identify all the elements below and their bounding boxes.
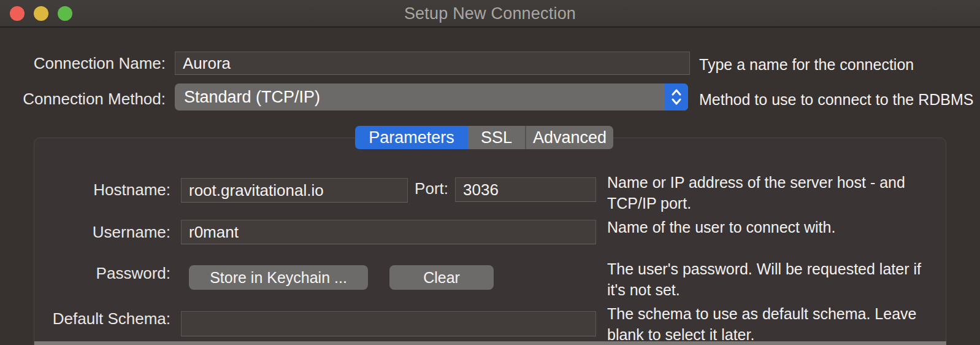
default-schema-help: The schema to use as default schema. Lea… [607, 303, 920, 345]
connection-method-value: Standard (TCP/IP) [175, 88, 665, 107]
connection-name-label: Connection Name: [0, 54, 166, 73]
connection-name-help: Type a name for the connection [699, 54, 975, 75]
password-label: Password: [37, 264, 170, 283]
tab-parameters[interactable]: Parameters [355, 126, 468, 149]
cutoff-bottom-control [34, 341, 946, 345]
default-schema-input[interactable] [181, 311, 596, 336]
password-help: The user's password. Will be requested l… [607, 258, 926, 300]
window-title: Setup New Connection [0, 0, 980, 28]
select-stepper-cap [665, 83, 688, 110]
port-input[interactable] [455, 177, 596, 202]
clear-password-button[interactable]: Clear [389, 265, 494, 290]
connection-name-input[interactable] [175, 52, 690, 75]
hostname-label: Hostname: [37, 180, 170, 200]
zoom-window-button[interactable] [58, 6, 72, 21]
default-schema-label: Default Schema: [37, 309, 170, 328]
up-down-chevrons-icon [669, 87, 684, 107]
setup-new-connection-dialog: Setup New Connection Connection Name: Ty… [0, 0, 980, 345]
username-label: Username: [37, 223, 170, 242]
username-help: Name of the user to connect with. [607, 217, 920, 238]
connection-method-help: Method to use to connect to the RDBMS [699, 89, 980, 110]
title-bar: Setup New Connection [0, 0, 980, 28]
store-in-keychain-button[interactable]: Store in Keychain ... [189, 265, 368, 290]
tab-ssl[interactable]: SSL [468, 126, 525, 149]
close-window-button[interactable] [10, 6, 25, 21]
hostname-input[interactable] [181, 178, 408, 203]
port-label: Port: [405, 179, 448, 198]
tab-advanced[interactable]: Advanced [525, 126, 613, 149]
hostname-port-help: Name or IP address of the server host - … [607, 172, 920, 214]
connection-method-label: Connection Method: [0, 90, 166, 109]
username-input[interactable] [181, 220, 596, 244]
tab-bar: Parameters SSL Advanced [355, 126, 613, 149]
minimize-window-button[interactable] [34, 6, 48, 21]
connection-method-select[interactable]: Standard (TCP/IP) [175, 83, 688, 110]
